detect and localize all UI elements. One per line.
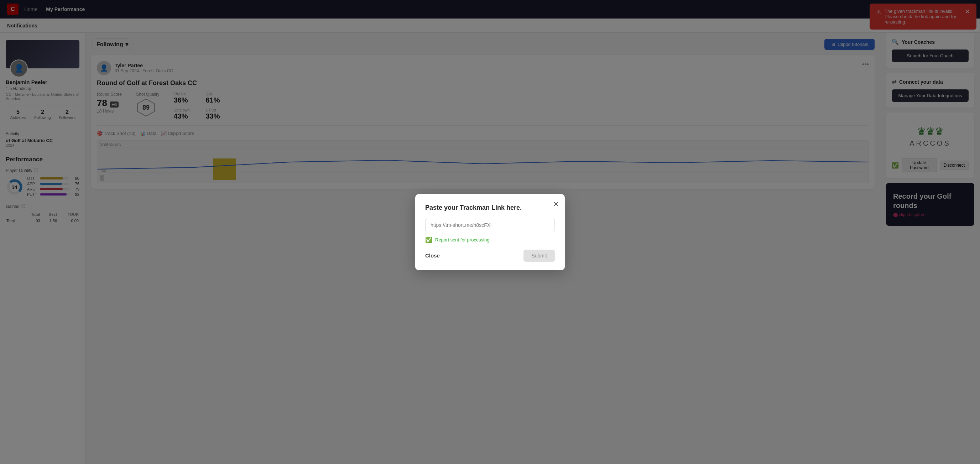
modal-close-x-button[interactable]: ✕ (553, 200, 559, 208)
modal-title: Paste your Trackman Link here. (425, 204, 555, 211)
trackman-modal: ✕ Paste your Trackman Link here. ✅ Repor… (415, 194, 565, 270)
modal-close-button[interactable]: Close (425, 253, 440, 259)
trackman-link-input[interactable] (425, 218, 555, 232)
modal-overlay[interactable]: ✕ Paste your Trackman Link here. ✅ Repor… (0, 0, 980, 464)
modal-actions: Close Submit (425, 249, 555, 262)
modal-success-message: ✅ Report sent for processing (425, 237, 555, 243)
success-check-icon: ✅ (425, 237, 432, 243)
modal-submit-button[interactable]: Submit (523, 249, 555, 262)
success-text: Report sent for processing (435, 237, 489, 243)
